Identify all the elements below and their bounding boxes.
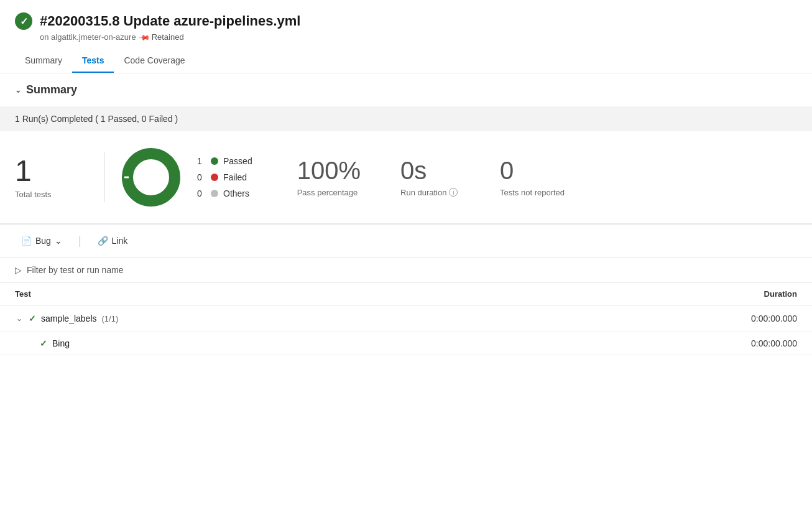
tests-not-reported-value: 0 [500,158,565,183]
legend-failed: 0 Failed [197,172,252,182]
success-icon [15,12,32,30]
donut-chart [120,146,182,208]
total-tests-block: 1 Total tests [15,156,90,199]
pass-check-icon: ✓ [29,314,36,323]
failed-dot [211,174,218,181]
retained-badge: 📌 Retained [140,32,184,42]
tests-not-reported-block: 0 Tests not reported [480,158,584,197]
link-button[interactable]: 🔗 Link [91,232,134,249]
child-test-name: Bing [52,338,70,348]
retained-label: Retained [152,32,184,42]
page-header: #20200315.8 Update azure-pipelines.yml o… [0,0,812,73]
child-row-left: ✓ Bing [40,338,70,348]
pass-percentage-block: 100% Pass percentage [277,158,381,197]
bug-label: Bug [35,236,51,246]
legend-failed-label: Failed [223,172,247,182]
filter-icon: ▷ [15,265,22,275]
col-test: Test [15,289,31,299]
passed-dot [211,157,218,165]
total-tests-label: Total tests [15,190,90,199]
legend-others-count: 0 [197,188,206,198]
others-dot [211,190,218,197]
child-duration: 0:00:00.000 [751,338,797,348]
link-icon: 🔗 [98,236,108,246]
summary-section: ⌄ Summary 1 Run(s) Completed ( 1 Passed,… [0,73,812,224]
bug-icon: 📄 [21,236,32,246]
legend-passed-count: 1 [197,156,206,166]
total-tests-number: 1 [15,156,90,186]
legend-passed-label: Passed [223,156,252,166]
run-duration-info-icon[interactable]: i [449,188,458,197]
bug-button[interactable]: 📄 Bug ⌄ [15,232,68,249]
build-title: #20200315.8 Update azure-pipelines.yml [40,13,300,29]
row-left: ⌄ ✓ sample_labels (1/1) [15,313,118,324]
main-content: ⌄ Summary 1 Run(s) Completed ( 1 Passed,… [0,73,812,355]
summary-header[interactable]: ⌄ Summary [0,73,812,106]
col-duration: Duration [764,289,797,299]
table-header: Test Duration [0,283,812,305]
legend-failed-count: 0 [197,172,206,182]
filter-row: ▷ Filter by test or run name [0,258,812,283]
filter-label: Filter by test or run name [27,265,124,275]
tabs-bar: Summary Tests Code Coverage [15,49,797,73]
table-row: ⌄ ✓ sample_labels (1/1) 0:00:00.000 [0,305,812,332]
run-duration-label: Run duration i [400,188,460,197]
pin-icon: 📌 [138,30,151,44]
legend-others-label: Others [223,188,249,198]
legend-block: 1 Passed 0 Failed 0 Others [197,156,252,198]
runs-completed-bar: 1 Run(s) Completed ( 1 Passed, 0 Failed … [0,106,812,131]
summary-heading: Summary [26,83,77,96]
svg-point-0 [127,154,175,201]
bug-dropdown-icon: ⌄ [55,236,62,246]
pass-percentage-value: 100% [297,158,361,183]
legend-passed: 1 Passed [197,156,252,166]
tests-not-reported-label: Tests not reported [500,188,565,197]
build-title-row: #20200315.8 Update azure-pipelines.yml [15,12,797,30]
legend-others: 0 Others [197,188,252,198]
donut-svg [120,146,182,208]
test-name: sample_labels [41,314,97,323]
vertical-divider [104,152,105,202]
toolbar: 📄 Bug ⌄ | 🔗 Link [0,224,812,258]
tab-summary[interactable]: Summary [15,49,72,73]
subtitle-repo: on algattik.jmeter-on-azure [40,32,136,42]
toolbar-separator: | [78,235,81,248]
run-duration-block: 0s Run duration i [381,158,480,197]
link-label: Link [112,236,128,246]
test-count: (1/1) [102,314,119,323]
child-check-icon: ✓ [40,338,47,348]
tab-tests[interactable]: Tests [72,49,114,73]
test-duration: 0:00:00.000 [751,314,797,323]
test-table: Test Duration ⌄ ✓ sample_labels (1/1) 0:… [0,283,812,355]
run-duration-value: 0s [400,158,460,183]
stats-container: 1 Total tests 1 Passed 0 [0,131,812,223]
runs-completed-text: 1 Run(s) Completed ( 1 Passed, 0 Failed … [15,114,178,124]
tab-code-coverage[interactable]: Code Coverage [114,49,195,73]
pass-percentage-label: Pass percentage [297,188,361,197]
chevron-down-icon: ⌄ [15,86,21,95]
child-row: ✓ Bing 0:00:00.000 [0,332,812,355]
expand-button[interactable]: ⌄ [15,313,24,324]
build-subtitle: on algattik.jmeter-on-azure 📌 Retained [40,32,797,42]
